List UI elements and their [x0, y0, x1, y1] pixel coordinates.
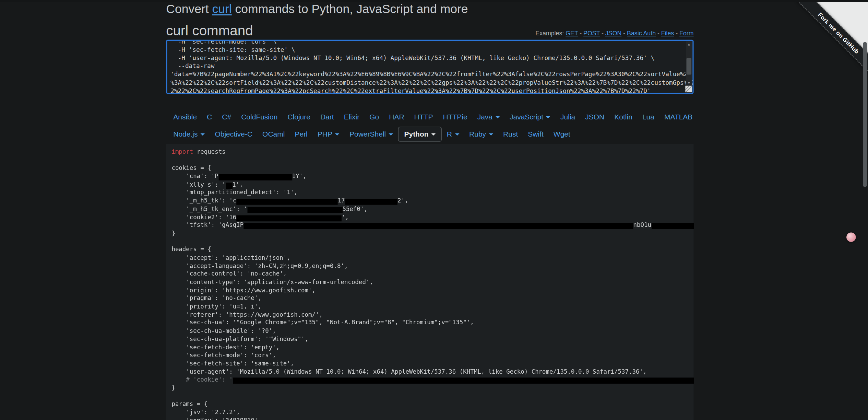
- redacted-value: [247, 207, 343, 213]
- chevron-down-icon: [495, 116, 500, 118]
- tab-httpie[interactable]: HTTPie: [438, 109, 472, 125]
- tab-dart[interactable]: Dart: [315, 109, 339, 125]
- tab-http[interactable]: HTTP: [409, 109, 438, 125]
- chevron-down-icon: [546, 116, 550, 118]
- title-suffix: commands to Python, JavaScript and more: [232, 2, 468, 16]
- tab-elixir[interactable]: Elixir: [339, 109, 365, 125]
- redacted-value: [243, 223, 633, 229]
- tab-r[interactable]: R: [442, 127, 464, 142]
- scroll-down-arrow-icon[interactable]: ▼: [686, 80, 692, 86]
- example-link-basic-auth[interactable]: Basic Auth: [627, 30, 656, 36]
- example-link-form[interactable]: Form: [679, 30, 693, 36]
- curl-link[interactable]: curl: [212, 2, 231, 16]
- chevron-down-icon: [200, 133, 205, 135]
- page: Fork me on GitHub Convert curl commands …: [0, 2, 868, 420]
- redacted-value: [345, 199, 397, 205]
- tab-wget[interactable]: Wget: [548, 127, 575, 142]
- redacted-value: [651, 223, 693, 229]
- floating-widget-button[interactable]: [846, 232, 856, 242]
- tab-ocaml[interactable]: OCaml: [258, 127, 290, 142]
- curl-input-content: -H 'sec-fetch-mode: cors' \ -H 'sec-fetc…: [170, 40, 683, 94]
- tab-rust[interactable]: Rust: [498, 127, 523, 142]
- chevron-down-icon: [389, 133, 393, 135]
- redacted-value: [233, 378, 694, 384]
- tab-lua[interactable]: Lua: [637, 109, 659, 125]
- page-scrollbar-thumb[interactable]: [863, 42, 867, 187]
- example-link-post[interactable]: POST: [583, 30, 600, 36]
- example-link-get[interactable]: GET: [566, 30, 578, 36]
- chevron-down-icon: [489, 133, 493, 135]
- tab-julia[interactable]: Julia: [556, 109, 580, 125]
- tab-javascript[interactable]: JavaScript: [505, 109, 556, 125]
- github-corner: Fork me on GitHub: [793, 2, 868, 77]
- example-link-json[interactable]: JSON: [605, 30, 621, 36]
- tab-matlab[interactable]: MATLAB: [659, 109, 697, 125]
- tab-kotlin[interactable]: Kotlin: [609, 109, 638, 125]
- examples-bar: Examples: GET - POST - JSON - Basic Auth…: [535, 30, 693, 38]
- textarea-resize-handle[interactable]: [685, 86, 692, 92]
- tab-ansible[interactable]: Ansible: [168, 109, 202, 125]
- curl-command-header-row: curl command Examples: GET - POST - JSON…: [166, 23, 693, 38]
- tab-go[interactable]: Go: [365, 109, 384, 125]
- tab-php[interactable]: PHP: [312, 127, 344, 142]
- tab-c-[interactable]: C#: [217, 109, 236, 125]
- examples-links: GET - POST - JSON - Basic Auth - Files -…: [566, 30, 693, 36]
- redacted-value: [236, 199, 337, 205]
- tab-perl[interactable]: Perl: [290, 127, 312, 142]
- tab-har[interactable]: HAR: [384, 109, 409, 125]
- redacted-value: [218, 174, 292, 180]
- language-tabs: AnsibleCC#ColdFusionClojureDartElixirGoH…: [166, 109, 693, 142]
- page-title: Convert curl commands to Python, JavaScr…: [166, 2, 693, 16]
- tab-coldfusion[interactable]: ColdFusion: [236, 109, 283, 125]
- tabs-row1: AnsibleCC#ColdFusionClojureDartElixirGoH…: [168, 109, 694, 125]
- tab-json[interactable]: JSON: [580, 109, 609, 125]
- curl-command-heading: curl command: [166, 23, 253, 38]
- tab-clojure[interactable]: Clojure: [283, 109, 316, 125]
- curl-command-textarea[interactable]: -H 'sec-fetch-mode: cors' \ -H 'sec-fetc…: [166, 40, 693, 94]
- title-prefix: Convert: [166, 2, 212, 16]
- tab-ruby[interactable]: Ruby: [464, 127, 498, 142]
- tabs-row2: Node.jsObjective-COCamlPerlPHPPowerShell…: [168, 127, 694, 142]
- tab-java[interactable]: Java: [472, 109, 504, 125]
- tab-objective-c[interactable]: Objective-C: [210, 127, 258, 142]
- chevron-down-icon: [335, 133, 340, 135]
- chevron-down-icon: [455, 133, 459, 135]
- redacted-value: [226, 183, 232, 189]
- textarea-scrollbar[interactable]: ▲ ▼: [686, 42, 692, 86]
- examples-label: Examples:: [535, 30, 564, 36]
- redacted-value: [236, 215, 342, 221]
- tab-powershell[interactable]: PowerShell: [345, 127, 398, 142]
- code-output: import requests cookies = { 'cna': 'P1Y'…: [166, 144, 693, 420]
- scroll-up-arrow-icon[interactable]: ▲: [686, 42, 692, 47]
- textarea-scrollbar-thumb[interactable]: [687, 58, 692, 74]
- tab-c[interactable]: C: [202, 109, 217, 125]
- chevron-down-icon: [431, 133, 436, 135]
- github-corner-triangle: [793, 2, 868, 77]
- main-content: Convert curl commands to Python, JavaScr…: [166, 2, 693, 420]
- tab-swift[interactable]: Swift: [523, 127, 549, 142]
- tab-node-js[interactable]: Node.js: [168, 127, 210, 142]
- example-link-files[interactable]: Files: [661, 30, 674, 36]
- tab-python[interactable]: Python: [398, 127, 442, 142]
